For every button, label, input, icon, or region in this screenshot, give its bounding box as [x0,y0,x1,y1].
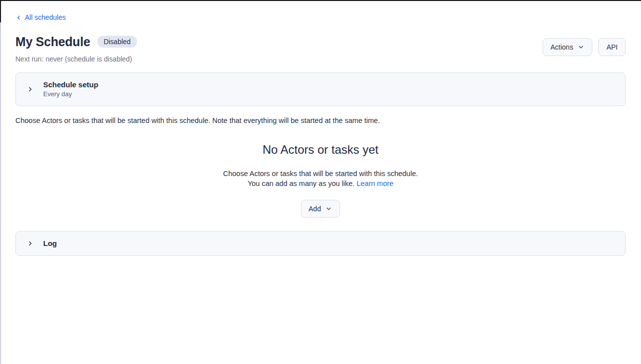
empty-state: No Actors or tasks yet Choose Actors or … [15,143,626,218]
back-link-label: All schedules [25,13,66,21]
empty-state-line2: You can add as many as you like. [248,180,355,187]
log-panel-title: Log [43,239,57,248]
schedule-setup-text: Schedule setup Every day [43,80,98,98]
empty-state-line1: Choose Actors or tasks that will be star… [223,170,418,178]
actions-button[interactable]: Actions [543,38,593,56]
next-run-text: Next run: never (schedule is disabled) [15,55,626,63]
schedule-setup-subtitle: Every day [43,90,98,98]
log-panel-text: Log [43,239,57,248]
header-actions: Actions API [543,38,626,56]
chevron-down-icon [325,205,332,212]
main-content: All schedules Actions API My Schedule Di… [0,0,641,256]
api-button[interactable]: API [598,38,626,56]
chevron-right-icon [27,240,34,247]
back-to-all-schedules-link[interactable]: All schedules [15,13,66,21]
schedule-description: Choose Actors or tasks that will be star… [15,117,626,124]
title-row: My Schedule Disabled [15,35,626,49]
add-button-wrap: Add [15,200,626,218]
chevron-down-icon [577,44,584,51]
api-button-label: API [606,43,618,51]
log-panel[interactable]: Log [15,231,626,256]
learn-more-link[interactable]: Learn more [356,180,393,187]
page-title: My Schedule [15,35,90,49]
chevron-left-icon [15,14,22,21]
empty-state-body: Choose Actors or tasks that will be star… [15,169,626,188]
status-badge: Disabled [97,36,137,48]
empty-state-title: No Actors or tasks yet [15,143,626,157]
schedule-detail-page: All schedules Actions API My Schedule Di… [0,0,641,364]
chevron-right-icon [27,86,34,93]
add-button[interactable]: Add [301,200,341,218]
schedule-setup-title: Schedule setup [43,80,98,89]
schedule-setup-panel[interactable]: Schedule setup Every day [15,72,626,106]
actions-button-label: Actions [551,43,573,51]
add-button-label: Add [309,205,321,213]
